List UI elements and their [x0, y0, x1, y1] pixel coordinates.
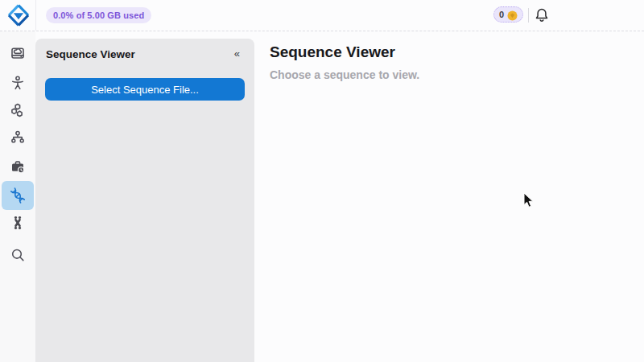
person-icon: [10, 75, 26, 91]
sidebar-item-sequence-viewer[interactable]: [2, 181, 34, 210]
top-bar: 0.0% of 5.00 GB used 0: [0, 0, 644, 31]
collapse-panel-icon[interactable]: «: [231, 47, 243, 61]
page-title: Sequence Viewer: [270, 43, 644, 61]
left-icon-sidebar: [0, 31, 35, 362]
bell-icon[interactable]: [534, 7, 550, 23]
credits-count: 0: [499, 10, 504, 19]
sidebar-item-cloud-storage[interactable]: [2, 39, 34, 68]
molecule-icon: [10, 102, 26, 118]
app-logo-icon[interactable]: [6, 3, 31, 27]
credits-pill[interactable]: 0: [493, 6, 523, 23]
org-chart-icon: [10, 130, 26, 146]
sidebar-item-chromosome[interactable]: [2, 208, 34, 237]
topbar-column-divider: [35, 0, 36, 31]
sidebar-item-person[interactable]: [2, 68, 34, 97]
panel-title: Sequence Viewer: [46, 48, 135, 60]
chromosome-icon: [10, 215, 26, 231]
sidebar-item-workflows[interactable]: [2, 123, 34, 152]
coin-icon: [507, 10, 518, 20]
cloud-drive-icon: [10, 45, 26, 61]
sidebar-item-job-history[interactable]: [2, 152, 34, 181]
storage-usage-badge: 0.0% of 5.00 GB used: [46, 7, 151, 23]
sidebar-item-search[interactable]: [2, 241, 34, 269]
sidebar-item-molecules[interactable]: [2, 96, 34, 125]
page-subtitle: Choose a sequence to view.: [270, 68, 644, 81]
search-icon: [10, 247, 26, 263]
panel-header: Sequence Viewer «: [35, 39, 254, 61]
topbar-divider: [528, 8, 529, 23]
main-content: Sequence Viewer Choose a sequence to vie…: [256, 31, 644, 362]
dna-icon: [10, 187, 26, 204]
briefcase-clock-icon: [10, 158, 26, 175]
sequence-viewer-panel: Sequence Viewer « Select Sequence File..…: [35, 39, 254, 362]
select-sequence-file-button[interactable]: Select Sequence File...: [45, 78, 245, 101]
